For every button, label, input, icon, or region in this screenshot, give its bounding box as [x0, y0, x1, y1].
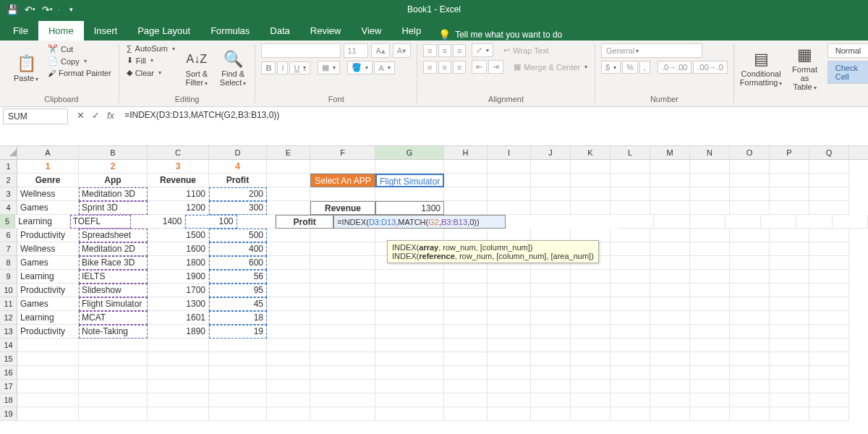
cell-B1[interactable]: 2 [79, 160, 148, 174]
cell-H18[interactable] [444, 393, 488, 407]
cell-A14[interactable] [17, 339, 79, 352]
cell-L19[interactable] [610, 407, 650, 421]
cell-E16[interactable] [267, 366, 310, 380]
cell-E7[interactable] [267, 242, 310, 256]
cell-L5[interactable] [654, 215, 689, 229]
cell-N13[interactable] [690, 325, 730, 339]
increase-font-icon[interactable]: A▴ [371, 43, 389, 58]
cell-I2[interactable] [488, 174, 531, 187]
row-header-10[interactable]: 10 [0, 284, 17, 297]
cell-F17[interactable] [310, 380, 375, 393]
cell-M13[interactable] [650, 325, 690, 339]
col-header-J[interactable]: J [531, 146, 571, 159]
cell-H12[interactable] [444, 311, 488, 325]
paste-button[interactable]: 📋 Paste [10, 43, 42, 93]
redo-icon[interactable]: ↷▾ [39, 1, 55, 17]
cell-N9[interactable] [690, 270, 730, 284]
cell-E18[interactable] [267, 393, 310, 407]
cell-F5[interactable]: Profit [276, 215, 333, 229]
cell-N10[interactable] [690, 284, 730, 297]
cell-L11[interactable] [610, 297, 650, 311]
cell-Q4[interactable] [809, 201, 849, 215]
cell-P14[interactable] [770, 339, 809, 352]
tab-data[interactable]: Data [260, 21, 299, 41]
tab-page-layout[interactable]: Page Layout [127, 21, 200, 41]
col-header-C[interactable]: C [148, 146, 209, 159]
cell-O2[interactable] [730, 174, 770, 187]
cell-M6[interactable] [650, 229, 690, 242]
cell-A4[interactable]: Games [17, 201, 79, 215]
cell-J13[interactable] [531, 325, 571, 339]
name-box[interactable]: SUM [3, 109, 68, 124]
cell-L6[interactable] [610, 229, 650, 242]
cell-I15[interactable] [488, 352, 531, 366]
cell-P4[interactable] [770, 201, 809, 215]
cell-F19[interactable] [310, 407, 375, 421]
cell-L16[interactable] [610, 366, 650, 380]
cell-L9[interactable] [610, 270, 650, 284]
cell-N8[interactable] [690, 256, 730, 270]
cell-E8[interactable] [267, 256, 310, 270]
cell-D3[interactable]: 200 [209, 187, 267, 201]
cell-D5[interactable]: 100 [185, 215, 237, 229]
cell-B7[interactable]: Meditation 2D [79, 242, 148, 256]
cell-O4[interactable] [730, 201, 770, 215]
cell-K5[interactable] [618, 215, 654, 229]
cell-C14[interactable] [148, 339, 209, 352]
cell-N7[interactable] [690, 242, 730, 256]
cell-A17[interactable] [17, 380, 79, 393]
align-left-icon[interactable]: ≡ [423, 61, 436, 74]
col-header-E[interactable]: E [267, 146, 310, 159]
cell-Q18[interactable] [809, 393, 849, 407]
cell-C17[interactable] [148, 380, 209, 393]
tab-insert[interactable]: Insert [84, 21, 128, 41]
fx-icon[interactable]: fx [107, 110, 114, 121]
cell-L1[interactable] [610, 160, 650, 174]
cell-O8[interactable] [730, 256, 770, 270]
cell-J1[interactable] [531, 160, 571, 174]
cell-H3[interactable] [444, 187, 488, 201]
cell-B12[interactable]: MCAT [79, 311, 148, 325]
cell-L2[interactable] [610, 174, 650, 187]
cell-P3[interactable] [770, 187, 809, 201]
cell-G17[interactable] [375, 380, 444, 393]
cell-L10[interactable] [610, 284, 650, 297]
cell-Q13[interactable] [809, 325, 849, 339]
cell-M15[interactable] [650, 352, 690, 366]
col-header-K[interactable]: K [571, 146, 610, 159]
cell-L18[interactable] [610, 393, 650, 407]
cell-D8[interactable]: 600 [209, 256, 267, 270]
cell-Q15[interactable] [809, 352, 849, 366]
orientation-icon[interactable]: ⤢ [472, 43, 493, 57]
tab-file[interactable]: File [3, 21, 38, 41]
cell-L3[interactable] [610, 187, 650, 201]
col-header-N[interactable]: N [690, 146, 730, 159]
col-header-F[interactable]: F [310, 146, 375, 159]
tell-me[interactable]: 💡 Tell me what you want to do [438, 29, 562, 41]
cell-F7[interactable] [310, 242, 375, 256]
cell-B8[interactable]: Bike Race 3D [79, 256, 148, 270]
cell-D10[interactable]: 95 [209, 284, 267, 297]
cell-G18[interactable] [375, 393, 444, 407]
cell-L13[interactable] [610, 325, 650, 339]
cell-I12[interactable] [488, 311, 531, 325]
row-header-5[interactable]: 5 [0, 215, 15, 229]
style-normal[interactable]: Normal [827, 43, 868, 58]
cell-Q8[interactable] [809, 256, 849, 270]
cell-H19[interactable] [444, 407, 488, 421]
row-header-3[interactable]: 3 [0, 187, 17, 201]
cell-K10[interactable] [571, 284, 610, 297]
cell-E3[interactable] [267, 187, 310, 201]
cell-A19[interactable] [17, 407, 79, 421]
cell-E1[interactable] [267, 160, 310, 174]
cell-B13[interactable]: Note-Taking [79, 325, 148, 339]
cell-N16[interactable] [690, 366, 730, 380]
cell-O10[interactable] [730, 284, 770, 297]
cell-D19[interactable] [209, 407, 267, 421]
cell-K17[interactable] [571, 380, 610, 393]
cell-G16[interactable] [375, 366, 444, 380]
cell-J16[interactable] [531, 366, 571, 380]
cell-K9[interactable] [571, 270, 610, 284]
cell-C3[interactable]: 1100 [148, 187, 209, 201]
cell-C4[interactable]: 1200 [148, 201, 209, 215]
